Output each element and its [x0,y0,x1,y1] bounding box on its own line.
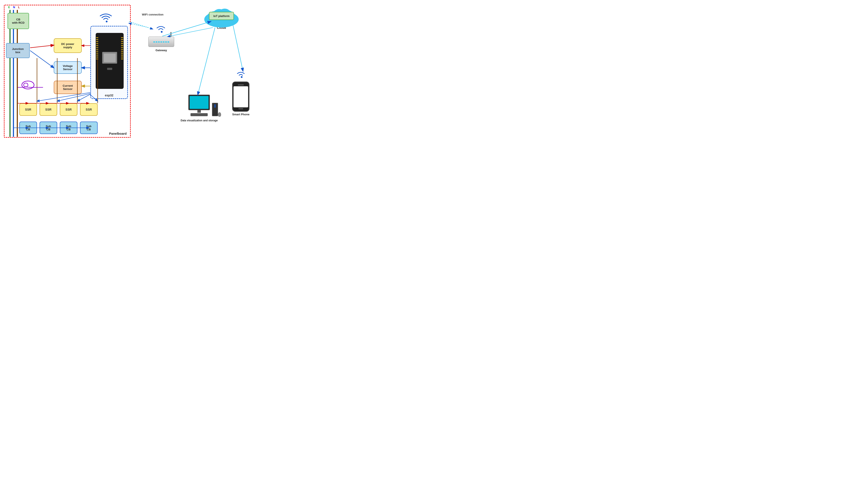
gateway-body [149,37,174,47]
ssr-label-3: SSR [65,108,72,111]
gateway-antenna [171,32,171,37]
current-sensor-label: Current Sensor [63,84,73,91]
voltage-sensor-label: Voltage Sensor [63,64,73,71]
ssr-box-3: SSR [60,103,77,116]
pin [121,43,123,44]
gateway-label: Gateway [155,49,167,52]
monitor-screen [190,96,209,109]
ssr-label-1: SSR [25,108,32,111]
esp32-usb [107,68,112,70]
esp32-container: esp32 [90,26,128,99]
pin [96,49,98,50]
panelboard-label: Panelboard [109,132,127,135]
ssr-row: SSR SSR SSR SSR [19,103,98,116]
ssr-box-4: SSR [80,103,98,116]
keyboard [191,113,208,116]
cb-rcd-box: CB with RCD [7,13,29,29]
pin [121,45,123,46]
diagram-container: Panelboard E N L CB with RCD Junction bo… [0,0,258,146]
pin [121,39,123,40]
monitor-stand [197,110,201,113]
esp32-pins-right [121,37,123,59]
iot-platform-label: IoT platform [213,14,230,18]
ssr-label-2: SSR [45,108,52,111]
pin [121,47,123,48]
voltage-sensor: Voltage Sensor [54,61,82,74]
phone-container: Smart Phone [232,71,250,116]
wire-label-n: N [13,5,15,9]
junction-box-label: Junction box [12,48,24,54]
computer-container: Data visualization and storage [181,95,218,122]
pin [121,55,123,56]
subcb-box-3: Sub CB [60,121,77,134]
cloud-shape: IoT platform [202,4,241,28]
tower-light [214,104,216,106]
dc-power-label: DC power supply [61,42,74,49]
pin [121,49,123,50]
ct-loop [21,81,34,89]
gateway-light [163,41,164,42]
subcb-label-3: Sub CB [66,125,72,131]
subcb-label-2: Sub CB [46,125,51,131]
esp32-board [96,33,124,89]
pin [96,41,98,42]
tower-light [214,106,216,107]
pin [96,57,98,57]
current-sensor: Current Sensor [54,81,82,94]
ssr-box-1: SSR [19,103,37,116]
wire-label-e: E [8,5,10,9]
gateway-lights [153,41,169,42]
pin [96,51,98,52]
pin [121,53,123,54]
subcb-box-1: Sub CB [19,121,37,134]
pin [96,43,98,44]
wifi-icon-gateway [155,24,167,35]
pin [96,53,98,54]
wifi-icon-esp32 [99,13,112,24]
subcb-row: Sub CB Sub CB Sub CB Sub CB [19,121,98,134]
pin [96,55,98,56]
svg-line-29 [198,27,215,95]
wifi-icon-phone [236,71,245,80]
ssr-label-4: SSR [86,108,92,111]
gateway-light [165,41,167,42]
dc-power-supply: DC power supply [54,38,82,53]
wifi-connection-label: WiFi connection [142,13,163,16]
gateway-container: Gateway [149,37,174,52]
phone-screen [234,86,248,107]
pin [96,58,98,59]
subcb-box-4: Sub CB [80,121,98,134]
cloud-container: IoT platform Cloud [202,4,241,30]
pin [121,41,123,42]
data-viz-label: Data visualization and storage [181,119,218,122]
pin [121,37,123,38]
pin [96,39,98,40]
iot-platform-box: IoT platform [209,12,234,20]
monitor [189,95,210,110]
subcb-label-4: Sub CB [86,125,92,131]
tower [212,103,218,116]
wire-label-l: L [18,5,20,9]
computer-group [189,95,210,116]
phone-speaker [238,84,244,86]
gateway-light [156,41,157,42]
phone-button [238,108,243,109]
esp32-chip [102,52,117,64]
pin [121,51,123,52]
ssr-box-2: SSR [40,103,57,116]
cb-rcd-label: CB with RCD [12,18,24,24]
esp32-label: esp32 [105,94,114,97]
pin [121,58,123,59]
smartphone-label: Smart Phone [232,113,250,116]
gateway-light [167,41,169,42]
esp32-pins-left [96,37,98,59]
gateway-light [160,41,162,42]
svg-line-27 [129,23,149,27]
subcb-box-2: Sub CB [40,121,57,134]
pin [96,47,98,48]
svg-line-26 [129,21,153,29]
gateway-light [158,41,160,42]
subcb-label-1: Sub CB [25,125,31,131]
pin [96,45,98,46]
esp32-chip-inner [104,54,116,62]
